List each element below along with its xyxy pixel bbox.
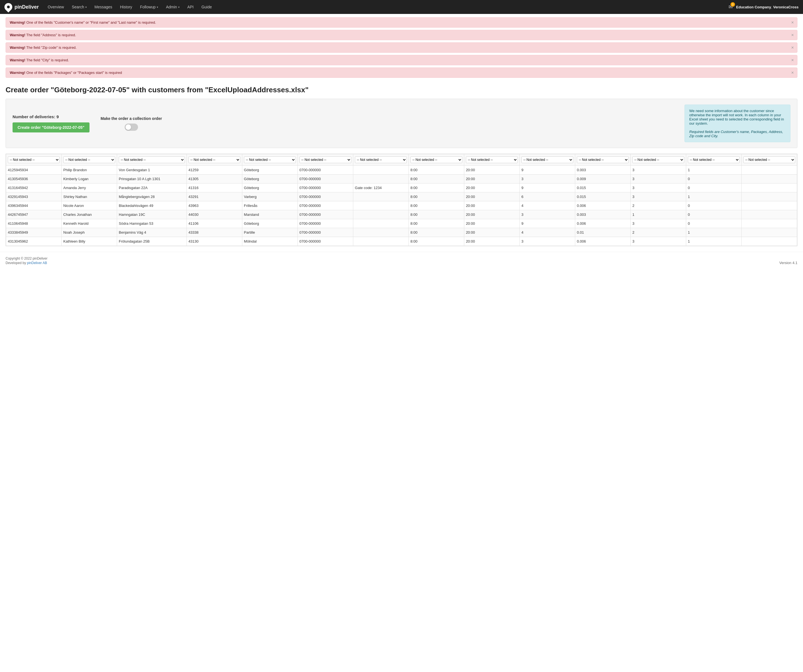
cell-7-14 <box>741 219 797 228</box>
column-select-7[interactable]: -- Not selected --Customer nameFirst nam… <box>355 156 407 163</box>
column-select-10[interactable]: -- Not selected --Customer nameFirst nam… <box>522 156 573 163</box>
nav-link-search[interactable]: Search▾ <box>68 3 90 11</box>
cell-8-5: Partille <box>242 228 297 237</box>
column-select-6[interactable]: -- Not selected --Customer nameFirst nam… <box>299 156 351 163</box>
cell-4-4: 43291 <box>187 192 242 201</box>
table-row: 4396345944Nicole AaronBlackedahlsvägen 4… <box>6 201 797 210</box>
cell-3-8: 8:00 <box>408 184 464 192</box>
nav-link-api[interactable]: API <box>184 3 197 11</box>
mail-badge: 0 <box>730 2 735 7</box>
column-select-2[interactable]: -- Not selected --Customer nameFirst nam… <box>63 156 115 163</box>
cell-6-8: 8:00 <box>408 210 464 219</box>
cell-1-11: 0.003 <box>575 166 631 174</box>
cell-5-10: 4 <box>519 201 575 210</box>
order-panel: Number of deliveries: 9 Create order "Gö… <box>6 99 797 148</box>
cell-9-11: 0.006 <box>575 237 631 246</box>
column-select-1[interactable]: -- Not selected --Customer nameFirst nam… <box>8 156 60 163</box>
column-select-12[interactable]: -- Not selected --Customer nameFirst nam… <box>632 156 684 163</box>
order-panel-left: Number of deliveries: 9 Create order "Gö… <box>13 114 89 132</box>
cell-3-5: Göteborg <box>242 184 297 192</box>
cell-8-12: 2 <box>631 228 686 237</box>
cell-1-14 <box>741 166 797 174</box>
nav-link-messages[interactable]: Messages <box>91 3 116 11</box>
caret-icon: ▾ <box>178 6 180 9</box>
cell-1-5: Göteborg <box>242 166 297 174</box>
column-select-3[interactable]: -- Not selected --Customer nameFirst nam… <box>119 156 185 163</box>
alert-close-button[interactable]: × <box>791 58 794 62</box>
cell-2-1: 4130545936 <box>6 174 62 184</box>
caret-icon: ▾ <box>157 6 158 9</box>
cell-5-3: Blackedahlsvägen 49 <box>117 201 187 210</box>
cell-8-1: 4333845949 <box>6 228 62 237</box>
alert-close-button[interactable]: × <box>791 20 794 25</box>
cell-1-13: 1 <box>686 166 741 174</box>
brand-pin-icon <box>3 2 14 13</box>
cell-6-2: Charles Jonathan <box>62 210 117 219</box>
alert-close-button[interactable]: × <box>791 46 794 50</box>
cell-9-12: 3 <box>631 237 686 246</box>
column-select-4[interactable]: -- Not selected --Customer nameFirst nam… <box>189 156 241 163</box>
column-select-8[interactable]: -- Not selected --Customer nameFirst nam… <box>410 156 462 163</box>
column-select-13[interactable]: -- Not selected --Customer nameFirst nam… <box>688 156 740 163</box>
brand-logo[interactable]: pinDeliver <box>5 3 39 11</box>
cell-4-12: 3 <box>631 192 686 201</box>
column-header-3: -- Not selected --Customer nameFirst nam… <box>117 154 187 166</box>
cell-2-3: Prinsgatan 10 A Lgh 1301 <box>117 174 187 184</box>
company-name: Education Company <box>736 5 771 9</box>
alert-close-button[interactable]: × <box>791 33 794 37</box>
table-header: -- Not selected --Customer nameFirst nam… <box>6 154 797 166</box>
column-header-6: -- Not selected --Customer nameFirst nam… <box>297 154 353 166</box>
collection-label: Make the order a collection order <box>101 116 162 121</box>
cell-6-14 <box>741 210 797 219</box>
create-order-button[interactable]: Create order "Göteborg-2022-07-05" <box>13 122 89 132</box>
cell-7-1: 4110645948 <box>6 219 62 228</box>
navbar: pinDeliver OverviewSearch▾MessagesHistor… <box>0 0 803 14</box>
column-select-14[interactable]: -- Not selected --Customer nameFirst nam… <box>743 156 795 163</box>
nav-link-overview[interactable]: Overview <box>44 3 67 11</box>
alert-close-button[interactable]: × <box>791 70 794 75</box>
cell-4-8: 8:00 <box>408 192 464 201</box>
alert-3: Warning! The field "Zip code" is require… <box>6 42 797 53</box>
info-text: We need some information about the custo… <box>689 109 784 125</box>
order-panel-middle: Make the order a collection order <box>101 116 162 131</box>
cell-7-8: 8:00 <box>408 219 464 228</box>
cell-8-10: 4 <box>519 228 575 237</box>
mail-icon[interactable]: ✉ 0 <box>728 4 733 10</box>
column-header-2: -- Not selected --Customer nameFirst nam… <box>62 154 117 166</box>
column-select-9[interactable]: -- Not selected --Customer nameFirst nam… <box>466 156 518 163</box>
collection-toggle[interactable] <box>125 124 138 131</box>
toggle-track[interactable] <box>125 124 138 131</box>
table-row: 4130545936Kimberly LoganPrinsgatan 10 A … <box>6 174 797 184</box>
cell-2-4: 41305 <box>187 174 242 184</box>
cell-4-9: 20:00 <box>464 192 519 201</box>
user-name: VeronicaCross <box>773 5 798 9</box>
nav-link-guide[interactable]: Guide <box>198 3 215 11</box>
cell-9-4: 43130 <box>187 237 242 246</box>
nav-link-history[interactable]: History <box>117 3 136 11</box>
cell-6-13: 0 <box>686 210 741 219</box>
cell-8-8: 8:00 <box>408 228 464 237</box>
cell-5-1: 4396345944 <box>6 201 62 210</box>
nav-link-followup[interactable]: Followup▾ <box>137 3 161 11</box>
nav-link-admin[interactable]: Admin▾ <box>163 3 183 11</box>
column-select-11[interactable]: -- Not selected --Customer nameFirst nam… <box>577 156 629 163</box>
column-header-1: -- Not selected --Customer nameFirst nam… <box>6 154 62 166</box>
cell-7-4: 41106 <box>187 219 242 228</box>
cell-9-3: Frölundagatan 25B <box>117 237 187 246</box>
cell-4-3: Månglebergsvägen 28 <box>117 192 187 201</box>
cell-4-10: 6 <box>519 192 575 201</box>
cell-6-10: 3 <box>519 210 575 219</box>
cell-8-14 <box>741 228 797 237</box>
column-header-11: -- Not selected --Customer nameFirst nam… <box>575 154 631 166</box>
cell-7-13: 0 <box>686 219 741 228</box>
cell-2-5: Göteborg <box>242 174 297 184</box>
cell-5-11: 0.006 <box>575 201 631 210</box>
cell-2-9: 20:00 <box>464 174 519 184</box>
cell-1-8: 8:00 <box>408 166 464 174</box>
cell-8-6: 0700-000000 <box>297 228 353 237</box>
footer-developer-link[interactable]: pinDeliver AB <box>27 261 47 265</box>
cell-4-6: 0700-000000 <box>297 192 353 201</box>
column-select-5[interactable]: -- Not selected --Customer nameFirst nam… <box>244 156 296 163</box>
cell-1-9: 20:00 <box>464 166 519 174</box>
cell-7-10: 9 <box>519 219 575 228</box>
